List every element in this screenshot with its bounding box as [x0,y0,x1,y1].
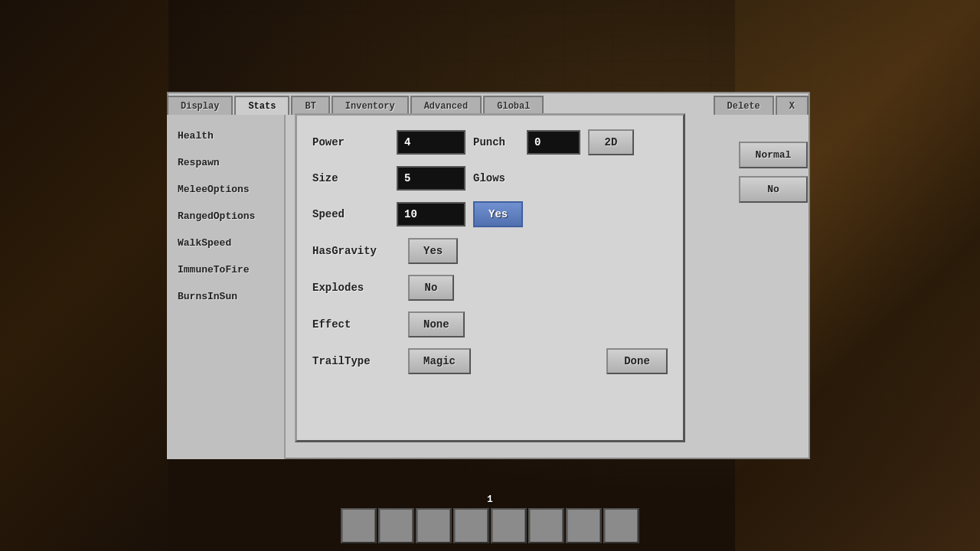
punch-label: Punch [473,136,519,148]
scene-blocks-left [0,0,168,551]
effect-label: Effect [312,318,400,331]
trailtype-row: TrailType Magic Done [312,348,668,374]
explodes-row: Explodes No [312,275,668,301]
hasgravity-button[interactable]: Yes [408,238,458,264]
tab-stats[interactable]: Stats [234,96,289,115]
hasgravity-row: HasGravity Yes [312,238,668,264]
tabs-container: Display Stats BT Inventory Advanced Glob… [167,93,810,115]
right-buttons: Normal No [739,142,808,203]
power-label: Power [312,136,389,148]
size-row: Size Glows [312,166,668,191]
explodes-button[interactable]: No [408,275,454,301]
speed-row: Speed Yes [312,201,668,227]
sidebar-item-walkspeed[interactable]: WalkSpeed [167,230,284,256]
sidebar-item-immunetofire[interactable]: ImmuneToFire [167,256,284,283]
sidebar-item-rangedoptions[interactable]: RangedOptions [167,203,284,230]
sidebar-item-respawn[interactable]: Respawn [167,149,284,176]
effect-button[interactable]: None [408,311,465,337]
close-button[interactable]: X [776,96,808,115]
speed-yes-button[interactable]: Yes [473,201,523,227]
punch-input[interactable] [527,130,580,155]
hasgravity-label: HasGravity [312,245,400,257]
tab-inventory[interactable]: Inventory [332,96,409,115]
power-row: Power Punch 2D [312,129,668,155]
sidebar-item-meleeoptions[interactable]: MeleeOptions [167,176,284,203]
sidebar-item-burnsinsun[interactable]: BurnsInSun [167,283,284,310]
inv-slot-6[interactable] [529,508,564,543]
trailtype-label: TrailType [312,355,400,367]
inventory-bar [341,508,639,543]
speed-input[interactable] [397,202,466,227]
speed-label: Speed [312,208,389,220]
tab-display[interactable]: Display [167,96,233,115]
dialog: Power Punch 2D Size Glows Speed Yes HasG… [295,113,685,442]
no-button[interactable]: No [739,176,808,203]
done-button[interactable]: Done [606,348,668,374]
inv-slot-8[interactable] [604,508,639,543]
inv-slot-1[interactable] [341,508,377,543]
size-input[interactable] [397,166,466,191]
trailtype-button[interactable]: Magic [408,348,471,374]
explodes-label: Explodes [312,282,400,294]
inv-slot-3[interactable] [416,508,452,543]
sidebar-item-health[interactable]: Health [167,122,284,149]
delete-button[interactable]: Delete [714,96,774,115]
inv-slot-4[interactable] [454,508,489,543]
2d-button[interactable]: 2D [588,129,634,155]
tab-bt[interactable]: BT [291,96,329,115]
left-sidebar: Health Respawn MeleeOptions RangedOption… [167,115,286,459]
glows-label: Glows [473,172,519,184]
tab-global[interactable]: Global [483,96,544,115]
inv-slot-2[interactable] [379,508,414,543]
power-input[interactable] [397,130,466,155]
tab-advanced[interactable]: Advanced [410,96,482,115]
size-label: Size [312,172,389,184]
hotbar-number: 1 [487,494,493,505]
effect-row: Effect None [312,311,668,337]
inv-slot-7[interactable] [567,508,602,543]
inv-slot-5[interactable] [492,508,527,543]
normal-button[interactable]: Normal [739,142,808,168]
